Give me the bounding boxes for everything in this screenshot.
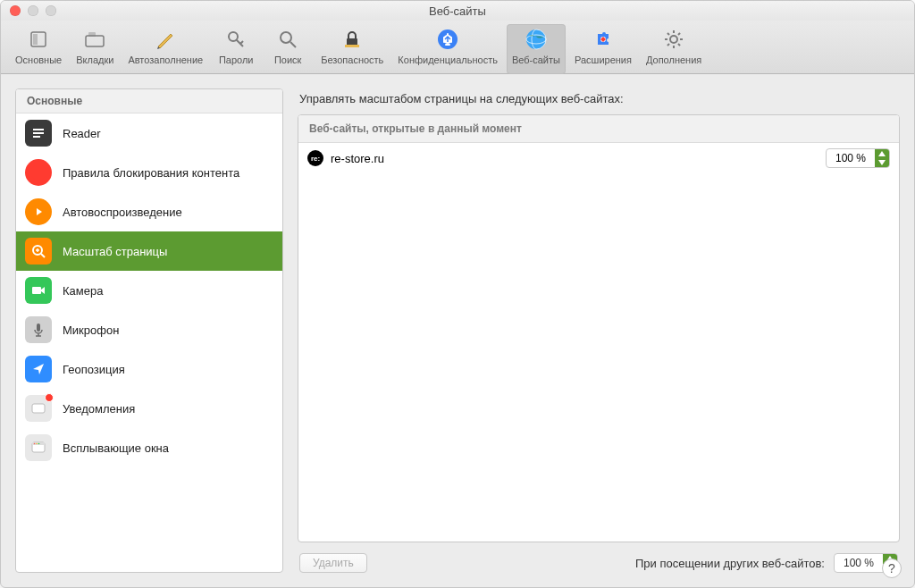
lock-icon <box>339 26 365 53</box>
svg-rect-28 <box>32 287 41 294</box>
svg-rect-2 <box>86 36 104 46</box>
svg-line-19 <box>667 33 669 35</box>
sidebar-item-label: Камера <box>63 284 103 298</box>
toolbar-tab-switch[interactable]: Основные <box>10 24 67 74</box>
svg-rect-30 <box>32 404 45 413</box>
key-icon <box>222 26 249 53</box>
svg-point-34 <box>36 443 38 445</box>
sidebar-item-mic[interactable]: Микрофон <box>16 310 282 349</box>
toolbar-tab-label: Основные <box>15 55 62 65</box>
toolbar-tab-label: Веб-сайты <box>512 55 560 65</box>
minimize-window-button[interactable] <box>28 5 38 16</box>
sidebar-item-label: Reader <box>63 127 101 140</box>
svg-rect-23 <box>33 132 44 134</box>
svg-marker-25 <box>31 165 46 180</box>
mic-icon <box>25 316 52 343</box>
svg-rect-3 <box>88 32 96 37</box>
sidebar-item-popup[interactable]: Всплывающие окна <box>16 428 282 467</box>
default-zoom-value: 100 % <box>835 557 883 569</box>
titlebar: Веб-сайты <box>1 1 914 21</box>
sidebar-item-label: Автовоспроизведение <box>63 206 182 219</box>
svg-point-13 <box>670 36 677 43</box>
svg-rect-22 <box>33 129 44 130</box>
site-zoom-select[interactable]: 100 % <box>826 148 890 168</box>
toolbar-tab-label: Расширения <box>575 55 632 65</box>
help-button[interactable]: ? <box>882 559 902 578</box>
toolbar-tab-label: Безопасность <box>321 55 383 65</box>
box-header: Веб-сайты, открытые в данный момент <box>298 115 899 143</box>
toolbar-tab-label: Вкладки <box>76 55 113 65</box>
toolbar-tab-label: Поиск <box>274 55 301 65</box>
sidebar-item-label: Уведомления <box>63 402 135 416</box>
stepper-icon <box>875 149 889 167</box>
site-host: re-store.ru <box>331 152 384 165</box>
sidebar-item-label: Геопозиция <box>63 363 125 376</box>
pen-icon <box>152 26 179 53</box>
sidebar-item-play[interactable]: Автовоспроизведение <box>16 192 282 231</box>
sidebar-item-label: Микрофон <box>63 323 119 337</box>
toolbar-tab-search[interactable]: Поиск <box>264 24 312 74</box>
close-window-button[interactable] <box>10 5 21 16</box>
svg-line-15 <box>678 44 680 46</box>
toolbar-tab-label: Дополнения <box>646 55 701 65</box>
switch-icon <box>25 26 52 53</box>
delete-button[interactable]: Удалить <box>299 553 367 573</box>
svg-rect-29 <box>37 323 40 332</box>
main-title: Управлять масштабом страницы на следующи… <box>298 88 900 114</box>
svg-rect-7 <box>345 45 359 47</box>
toolbar-tab-label: Автозаполнение <box>128 55 203 65</box>
toolbar-tab-label: Конфиденциальность <box>398 55 498 65</box>
websites-box: Веб-сайты, открытые в данный момент re: … <box>298 114 900 542</box>
site-zoom-value: 100 % <box>827 152 875 164</box>
preferences-toolbar: ОсновныеВкладкиАвтозаполнениеПаролиПоиск… <box>1 21 914 74</box>
toolbar-tab-puzzle[interactable]: Расширения <box>569 24 637 74</box>
tabs-icon <box>81 26 108 53</box>
toolbar-tab-globe[interactable]: Веб-сайты <box>507 24 566 74</box>
svg-point-5 <box>281 32 291 43</box>
globe-icon <box>523 26 550 53</box>
maximize-window-button[interactable] <box>46 5 56 16</box>
favicon-icon: re: <box>307 150 323 166</box>
bottom-row: Удалить При посещении других веб-сайтов:… <box>298 542 900 573</box>
puzzle-icon <box>590 26 617 53</box>
svg-point-33 <box>34 443 36 445</box>
search-icon <box>274 26 301 53</box>
sidebar-item-label: Масштаб страницы <box>63 245 167 258</box>
popup-icon <box>25 434 52 461</box>
reader-icon <box>25 120 52 147</box>
sidebar-item-notif[interactable]: Уведомления <box>16 389 282 428</box>
svg-point-35 <box>38 443 40 445</box>
sidebar-item-label: Всплывающие окна <box>63 441 169 455</box>
sidebar-item-reader[interactable]: Reader <box>16 113 282 153</box>
toolbar-tab-gear[interactable]: Дополнения <box>641 24 707 74</box>
toolbar-tab-key[interactable]: Пароли <box>212 24 260 74</box>
svg-line-17 <box>667 44 669 46</box>
camera-icon <box>25 277 52 304</box>
toolbar-tab-lock[interactable]: Безопасность <box>315 24 389 74</box>
toolbar-tab-label: Пароли <box>219 55 254 65</box>
sidebar-item-block[interactable]: Правила блокирования контента <box>16 153 282 192</box>
toolbar-tab-tabs[interactable]: Вкладки <box>71 24 119 74</box>
site-row[interactable]: re: re-store.ru 100 % <box>298 143 899 173</box>
hand-icon <box>434 26 461 53</box>
main-panel: Управлять масштабом страницы на следующи… <box>298 88 900 573</box>
window-title: Веб-сайты <box>429 4 486 18</box>
sidebar-header: Основные <box>16 89 282 113</box>
play-icon <box>25 198 52 225</box>
geo-icon <box>25 356 52 382</box>
toolbar-tab-hand[interactable]: Конфиденциальность <box>392 24 503 74</box>
svg-rect-24 <box>33 136 40 138</box>
sidebar-item-zoom[interactable]: Масштаб страницы <box>16 231 282 271</box>
traffic-lights <box>10 5 56 16</box>
gear-icon <box>660 26 687 53</box>
svg-rect-1 <box>33 34 38 45</box>
sidebar-item-camera[interactable]: Камера <box>16 271 282 310</box>
svg-line-21 <box>678 33 680 35</box>
preferences-window: Веб-сайты ОсновныеВкладкиАвтозаполнениеП… <box>0 0 915 588</box>
toolbar-tab-pen[interactable]: Автозаполнение <box>122 24 208 74</box>
block-icon <box>25 159 52 186</box>
zoom-icon <box>25 238 52 265</box>
default-zoom-label: При посещении других веб-сайтов: <box>635 557 825 570</box>
sidebar-item-geo[interactable]: Геопозиция <box>16 349 282 389</box>
notif-icon <box>25 395 52 422</box>
